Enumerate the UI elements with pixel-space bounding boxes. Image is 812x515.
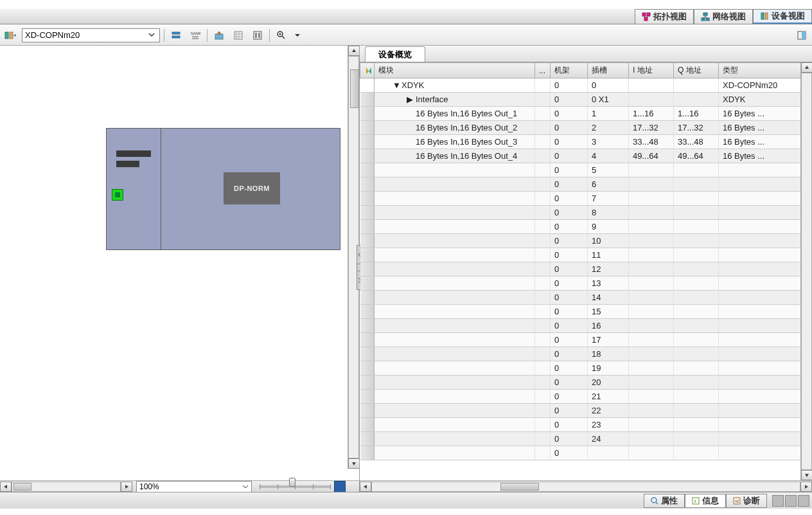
- cell-module[interactable]: [375, 361, 535, 375]
- hscroll-thumb[interactable]: [13, 483, 31, 491]
- cell-slot[interactable]: 24: [588, 432, 629, 446]
- cell-q-addr[interactable]: [674, 163, 719, 177]
- cell-q-addr[interactable]: 49...64: [674, 149, 719, 163]
- cell-module[interactable]: [375, 347, 535, 361]
- cell-i-addr[interactable]: [629, 390, 674, 404]
- cell-rack[interactable]: 0: [551, 177, 588, 192]
- table-row[interactable]: 014: [360, 291, 812, 305]
- table-row[interactable]: 16 Bytes In,16 Bytes Out_20217...3217...…: [360, 121, 812, 135]
- cell-slot[interactable]: 22: [588, 404, 629, 418]
- table-row[interactable]: 16 Bytes In,16 Bytes Out_40449...6449...…: [360, 149, 812, 163]
- cell-slot[interactable]: 10: [588, 234, 629, 248]
- cell-slot[interactable]: 5: [588, 163, 629, 177]
- row-handle[interactable]: [360, 135, 375, 149]
- scroll-down-button[interactable]: [801, 470, 812, 480]
- table-hscrollbar[interactable]: [360, 480, 812, 492]
- cell-module[interactable]: [375, 446, 535, 460]
- row-handle[interactable]: [360, 375, 375, 390]
- cell-slot[interactable]: 13: [588, 276, 629, 291]
- cell-slot[interactable]: 6: [588, 177, 629, 192]
- cell-rack[interactable]: 0: [551, 192, 588, 206]
- cell-q-addr[interactable]: [674, 276, 719, 291]
- cell-module[interactable]: [375, 248, 535, 262]
- cell-rack[interactable]: 0: [551, 163, 588, 177]
- row-handle[interactable]: [360, 291, 375, 305]
- cell-slot[interactable]: 9: [588, 220, 629, 234]
- cell-q-addr[interactable]: 17...32: [674, 121, 719, 135]
- cell-type[interactable]: [719, 192, 812, 206]
- table-row[interactable]: 024: [360, 432, 812, 446]
- tree-toggle-icon[interactable]: ▶: [407, 95, 413, 104]
- hscroll-track[interactable]: [12, 482, 121, 492]
- cell-module[interactable]: [375, 177, 535, 192]
- cell-type[interactable]: [719, 305, 812, 319]
- row-handle[interactable]: [360, 220, 375, 234]
- cell-q-addr[interactable]: [674, 291, 719, 305]
- cell-q-addr[interactable]: [674, 93, 719, 107]
- table-row[interactable]: 017: [360, 333, 812, 347]
- table-row[interactable]: 019: [360, 361, 812, 375]
- cell-i-addr[interactable]: [629, 220, 674, 234]
- scroll-right-button[interactable]: [121, 482, 132, 492]
- table-row[interactable]: 021: [360, 390, 812, 404]
- table-row[interactable]: 018: [360, 347, 812, 361]
- cell-dots[interactable]: [535, 78, 551, 93]
- cell-rack[interactable]: 0: [551, 206, 588, 220]
- tree-toggle-icon[interactable]: ▼: [393, 80, 399, 90]
- cell-rack[interactable]: 0: [551, 361, 588, 375]
- cell-q-addr[interactable]: 33...48: [674, 135, 719, 149]
- maximize-panel-button[interactable]: [798, 495, 809, 507]
- cell-module[interactable]: [375, 291, 535, 305]
- cell-rack[interactable]: 0: [551, 291, 588, 305]
- cell-i-addr[interactable]: [629, 192, 674, 206]
- cell-type[interactable]: [719, 404, 812, 418]
- cell-type[interactable]: [719, 220, 812, 234]
- cell-rack[interactable]: 0: [551, 319, 588, 333]
- cell-i-addr[interactable]: [629, 234, 674, 248]
- device-graphic[interactable]: DP-NORM: [106, 128, 340, 250]
- fit-to-window-button[interactable]: [334, 481, 346, 492]
- col-i-addr[interactable]: I 地址: [629, 63, 674, 78]
- cell-i-addr[interactable]: [629, 432, 674, 446]
- cell-slot[interactable]: 4: [588, 149, 629, 163]
- cell-slot[interactable]: 21: [588, 390, 629, 404]
- row-handle[interactable]: [360, 234, 375, 248]
- table-row[interactable]: 015: [360, 305, 812, 319]
- cell-type[interactable]: 16 Bytes ...: [719, 135, 812, 149]
- cell-slot[interactable]: 0: [588, 78, 629, 93]
- cell-dots[interactable]: [535, 333, 551, 347]
- cell-slot[interactable]: 0 X1: [588, 93, 629, 107]
- cell-dots[interactable]: [535, 107, 551, 121]
- table-row[interactable]: 09: [360, 220, 812, 234]
- row-handle[interactable]: [360, 78, 375, 93]
- scroll-up-button[interactable]: [801, 62, 812, 73]
- cell-type[interactable]: [719, 206, 812, 220]
- col-dots[interactable]: ...: [535, 63, 551, 78]
- cell-q-addr[interactable]: [674, 262, 719, 276]
- cell-dots[interactable]: [535, 192, 551, 206]
- table-row[interactable]: 16 Bytes In,16 Bytes Out_30333...4833...…: [360, 135, 812, 149]
- cell-type[interactable]: [719, 291, 812, 305]
- cell-slot[interactable]: 8: [588, 206, 629, 220]
- cell-type[interactable]: [719, 333, 812, 347]
- row-handle[interactable]: [360, 149, 375, 163]
- cell-i-addr[interactable]: [629, 305, 674, 319]
- cell-i-addr[interactable]: [629, 319, 674, 333]
- table-row[interactable]: 07: [360, 192, 812, 206]
- cell-i-addr[interactable]: 33...48: [629, 135, 674, 149]
- cell-q-addr[interactable]: 1...16: [674, 107, 719, 121]
- row-handle[interactable]: [360, 121, 375, 135]
- cell-i-addr[interactable]: [629, 291, 674, 305]
- cell-type[interactable]: [719, 418, 812, 432]
- row-handle[interactable]: [360, 248, 375, 262]
- cell-type[interactable]: [719, 262, 812, 276]
- cell-rack[interactable]: 0: [551, 262, 588, 276]
- cell-module[interactable]: 16 Bytes In,16 Bytes Out_3: [375, 135, 535, 149]
- cell-rack[interactable]: 0: [551, 135, 588, 149]
- row-handle[interactable]: [360, 390, 375, 404]
- table-row[interactable]: 013: [360, 276, 812, 291]
- cell-dots[interactable]: [535, 305, 551, 319]
- cell-slot[interactable]: 16: [588, 319, 629, 333]
- cell-q-addr[interactable]: [674, 432, 719, 446]
- cell-i-addr[interactable]: [629, 248, 674, 262]
